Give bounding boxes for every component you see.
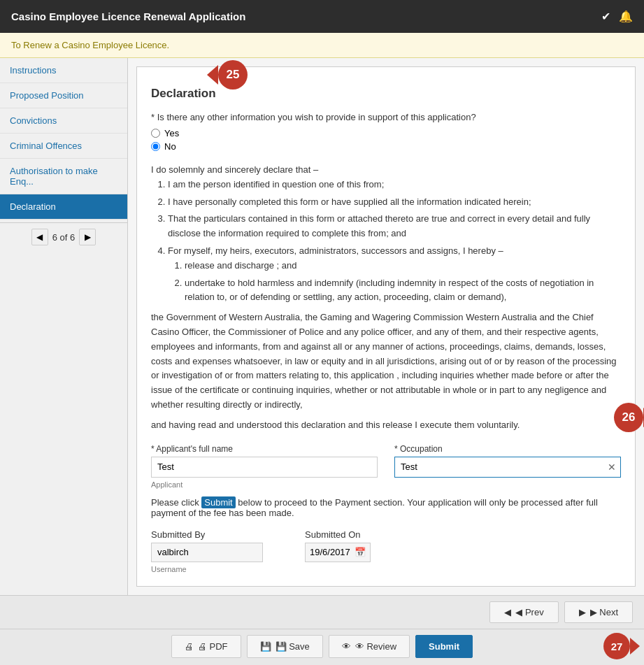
submitted-date-wrapper: 19/6/2017 📅 xyxy=(305,543,371,562)
bottom-actions: 🖨 🖨 PDF 💾 💾 Save 👁 👁 Review Submit 27 xyxy=(0,629,644,664)
submitted-on-value: 19/6/2017 xyxy=(310,547,350,557)
pdf-icon: 🖨 xyxy=(185,641,194,652)
declaration-text: I do solemnly and sincerely declare that… xyxy=(151,163,621,433)
pagination-prev-btn[interactable]: ◀ xyxy=(31,229,48,245)
applicant-name-group: * Applicant's full name Applicant xyxy=(151,444,378,489)
next-btn[interactable]: ▶ ▶ Next xyxy=(564,601,633,623)
banner: To Renew a Casino Employee Licence. xyxy=(0,33,644,58)
step-badge-25: 25 xyxy=(218,60,248,90)
occupation-label: * Occupation xyxy=(394,444,621,454)
sidebar-item-proposed-position[interactable]: Proposed Position xyxy=(0,83,127,108)
sidebar: Instructions Proposed Position Convictio… xyxy=(0,58,128,595)
content-panel: 25 Declaration * Is there any other info… xyxy=(136,66,636,587)
declaration-footer: and having read and understood this decl… xyxy=(151,418,621,433)
prev-btn[interactable]: ◀ ◀ Prev xyxy=(489,601,558,623)
save-icon: 💾 xyxy=(260,641,271,652)
submitted-by-group: Submitted By Username xyxy=(151,529,263,573)
submit-info: Please click Submit below to proceed to … xyxy=(151,497,621,518)
declaration-item-4: For myself, my heirs, executors, adminis… xyxy=(168,244,621,305)
sidebar-item-declaration[interactable]: Declaration xyxy=(0,194,127,220)
submitted-by-input[interactable] xyxy=(151,543,263,562)
submitted-row: Submitted By Username Submitted On 19/6/… xyxy=(151,529,621,573)
radio-group: Yes No xyxy=(151,128,621,152)
content-wrapper: Instructions Proposed Position Convictio… xyxy=(0,58,644,664)
sidebar-pagination: ◀ 6 of 6 ▶ xyxy=(0,222,127,251)
declaration-body: the Government of Western Australia, the… xyxy=(151,310,621,413)
submitted-by-label: Submitted By xyxy=(151,529,263,540)
declaration-item-2: I have personally completed this form or… xyxy=(168,195,621,210)
sidebar-item-convictions[interactable]: Convictions xyxy=(0,108,127,134)
radio-question: * Is there any other information you wis… xyxy=(151,112,621,122)
calendar-icon[interactable]: 📅 xyxy=(355,547,366,557)
declaration-sub-item-2: undertake to hold harmless and indemnify… xyxy=(185,276,621,306)
review-icon: 👁 xyxy=(342,641,351,652)
occupation-group: * Occupation ✕ xyxy=(394,444,621,489)
declaration-item-1: I am the person identified in question o… xyxy=(168,178,621,192)
submitted-on-group: Submitted On 19/6/2017 📅 xyxy=(305,529,371,562)
occupation-input[interactable] xyxy=(395,457,603,477)
header: Casino Employee Licence Renewal Applicat… xyxy=(0,0,644,33)
app-title: Casino Employee Licence Renewal Applicat… xyxy=(11,10,245,22)
header-icons: ✔ 🔔 xyxy=(601,10,633,23)
step-badge-26: 26 xyxy=(614,403,643,432)
next-icon: ▶ xyxy=(579,607,586,617)
radio-no-input[interactable] xyxy=(151,142,160,151)
applicant-hint: Applicant xyxy=(151,480,378,489)
submitted-on-label: Submitted On xyxy=(305,529,371,540)
sidebar-item-instructions[interactable]: Instructions xyxy=(0,58,127,83)
applicant-name-input[interactable] xyxy=(151,457,378,478)
pagination-text: 6 of 6 xyxy=(52,232,76,243)
check-icon: ✔ xyxy=(601,10,610,23)
submit-btn[interactable]: Submit xyxy=(415,635,473,658)
form-row: * Applicant's full name Applicant * Occu… xyxy=(151,444,621,489)
app-container: Casino Employee Licence Renewal Applicat… xyxy=(0,0,644,664)
step-badge-27: 27 xyxy=(603,633,630,659)
bell-icon: 🔔 xyxy=(619,10,633,23)
radio-yes[interactable]: Yes xyxy=(151,128,621,138)
content-area: 25 Declaration * Is there any other info… xyxy=(128,58,644,595)
submit-inline-btn[interactable]: Submit xyxy=(201,496,235,508)
footer-nav: ◀ ◀ Prev ▶ ▶ Next xyxy=(0,595,644,629)
pagination-next-btn[interactable]: ▶ xyxy=(79,229,96,245)
occupation-clear-btn[interactable]: ✕ xyxy=(603,462,620,473)
pdf-btn[interactable]: 🖨 🖨 PDF xyxy=(171,635,241,658)
content-body: Instructions Proposed Position Convictio… xyxy=(0,58,644,595)
occupation-input-wrapper: ✕ xyxy=(394,457,621,478)
save-btn[interactable]: 💾 💾 Save xyxy=(247,635,323,658)
review-btn[interactable]: 👁 👁 Review xyxy=(329,635,410,658)
radio-yes-input[interactable] xyxy=(151,129,160,138)
sidebar-item-criminal-offences[interactable]: Criminal Offences xyxy=(0,134,127,159)
username-hint: Username xyxy=(151,565,263,573)
radio-no[interactable]: No xyxy=(151,141,621,152)
prev-icon: ◀ xyxy=(504,607,511,617)
declaration-sub-item-1: release and discharge ; and xyxy=(185,259,621,273)
applicant-name-label: * Applicant's full name xyxy=(151,444,378,454)
sidebar-item-authorisation[interactable]: Authorisation to make Enq... xyxy=(0,159,127,194)
declaration-item-3: That the particulars contained in this f… xyxy=(168,212,621,241)
